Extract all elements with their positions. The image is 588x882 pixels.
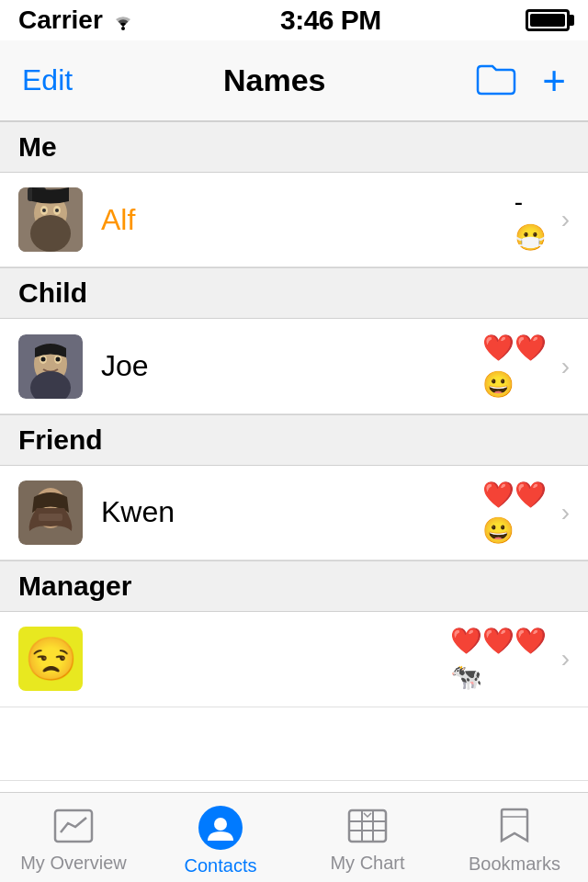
tab-label-my-chart: My Chart [330,853,404,874]
contact-emojis-joe: ❤️❤️ 😀 [482,330,547,401]
page-title: Names [223,62,326,98]
svg-point-14 [56,356,61,361]
chevron-alf: › [561,205,570,234]
tab-bar: My Overview Contacts My Chart [0,792,588,882]
chevron-kwen: › [561,498,570,527]
section-header-manager: Manager [0,560,588,612]
contact-row-joe[interactable]: Joe ❤️❤️ 😀 › [0,319,588,413]
wifi-icon [110,10,136,30]
nav-right-actions: + [476,61,566,101]
edit-button[interactable]: Edit [22,63,73,97]
chevron-manager: › [561,644,570,673]
battery-icon [526,9,570,31]
folder-icon[interactable] [476,62,516,99]
svg-point-6 [55,209,59,212]
tab-label-my-overview: My Overview [20,853,127,874]
nav-bar: Edit Names + [0,40,588,121]
plus-icon[interactable]: + [542,61,566,101]
status-bar: Carrier 3:46 PM [0,0,588,40]
alf-avatar-svg [18,187,83,252]
empty-space-1 [0,707,588,781]
tab-label-contacts: Contacts [185,855,257,876]
avatar-kwen [18,481,83,545]
svg-rect-22 [39,514,62,521]
chevron-joe: › [561,352,570,381]
section-header-child: Child [0,267,588,319]
kwen-avatar-svg [18,481,83,545]
book-icon [496,808,533,848]
svg-point-8 [30,215,71,252]
grid-icon [347,808,388,847]
avatar-alf [18,187,83,252]
svg-point-13 [41,356,46,361]
contacts-icon [198,806,243,850]
contact-row-manager[interactable]: 😒 ❤️❤️❤️ 🐄 › [0,612,588,707]
avatar-joe [18,334,83,399]
contact-row-kwen[interactable]: Kwen ❤️❤️ 😀 › [0,466,588,560]
tab-bookmarks[interactable]: Bookmarks [441,800,588,875]
svg-point-0 [121,27,125,30]
contact-emojis-alf: - 😷 [514,184,547,255]
svg-point-5 [42,209,46,212]
contacts-list: Me Alf - 😷 › Child [0,121,588,792]
tab-my-chart[interactable]: My Chart [294,801,441,874]
svg-rect-25 [349,810,386,842]
tab-my-overview[interactable]: My Overview [0,801,147,874]
carrier-info: Carrier [18,6,136,35]
status-time: 3:46 PM [280,5,381,36]
section-header-me: Me [0,121,588,173]
tab-label-bookmarks: Bookmarks [469,854,560,875]
tab-contacts[interactable]: Contacts [147,798,294,876]
status-right [526,9,570,31]
joe-avatar-svg [18,334,83,399]
contact-emojis-manager: ❤️❤️❤️ 🐄 [450,623,547,695]
empty-space-2 [0,781,588,793]
carrier-label: Carrier [18,6,103,35]
contact-row-alf[interactable]: Alf - 😷 › [0,173,588,267]
contact-name-joe: Joe [101,349,482,383]
chart-icon [53,808,94,847]
contact-name-alf: Alf [101,203,514,237]
svg-point-24 [214,818,227,831]
contact-emojis-kwen: ❤️❤️ 😀 [482,477,547,548]
avatar-manager: 😒 [18,627,83,691]
section-header-friend: Friend [0,414,588,466]
contact-name-kwen: Kwen [101,495,482,529]
